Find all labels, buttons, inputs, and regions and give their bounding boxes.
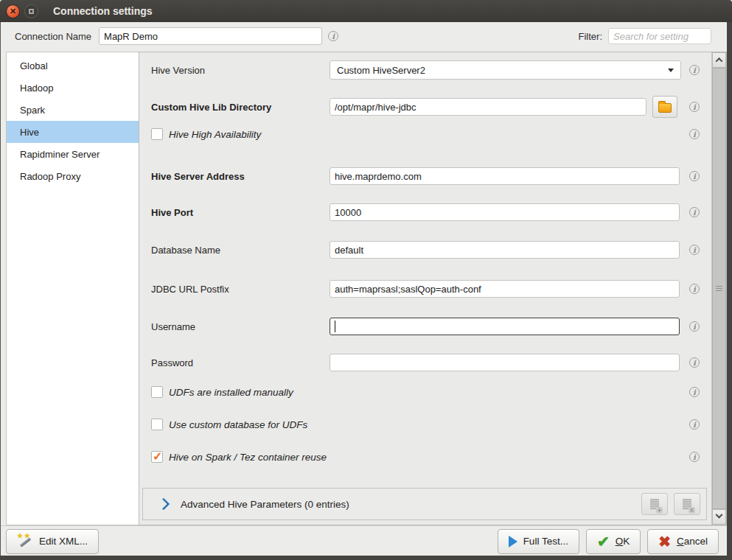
window-bottom-edge bbox=[0, 556, 732, 560]
add-entry-icon bbox=[650, 499, 659, 510]
hive-version-select[interactable]: Custom HiveServer2 bbox=[330, 60, 681, 80]
username-row: Username bbox=[151, 315, 700, 337]
info-icon[interactable] bbox=[328, 31, 338, 41]
chevron-right-icon[interactable] bbox=[158, 498, 170, 511]
footer-button-group: Full Test... OK Cancel bbox=[498, 529, 719, 554]
database-name-label: Database Name bbox=[151, 245, 330, 256]
titlebar: ✕ Connection settings bbox=[0, 0, 732, 22]
info-icon[interactable] bbox=[689, 102, 700, 112]
vertical-scrollbar[interactable] bbox=[711, 52, 726, 525]
window-right-edge bbox=[727, 22, 732, 560]
database-name-row: Database Name bbox=[151, 239, 700, 261]
full-test-label: Full Test... bbox=[523, 536, 568, 547]
info-icon[interactable] bbox=[689, 171, 700, 181]
use-custom-database-for-udfs-label[interactable]: Use custom database for UDFs bbox=[169, 419, 307, 430]
x-icon bbox=[658, 534, 671, 549]
custom-hive-lib-row: Custom Hive Lib Directory bbox=[151, 96, 700, 118]
password-row: Password bbox=[151, 351, 700, 374]
info-icon[interactable] bbox=[689, 357, 700, 368]
sidebar-item-hadoop[interactable]: Hadoop bbox=[7, 77, 139, 99]
info-icon[interactable] bbox=[689, 387, 700, 397]
ok-label: OK bbox=[616, 536, 630, 547]
edit-xml-button[interactable]: Edit XML... bbox=[6, 529, 99, 554]
connection-name-input[interactable] bbox=[99, 27, 322, 45]
hive-server-address-row: Hive Server Address bbox=[151, 165, 700, 187]
full-test-button[interactable]: Full Test... bbox=[498, 529, 579, 554]
info-icon[interactable] bbox=[689, 65, 700, 75]
use-custom-database-for-udfs-row: Use custom database for UDFs bbox=[151, 416, 700, 433]
ok-button[interactable]: OK bbox=[586, 529, 641, 554]
cancel-button[interactable]: Cancel bbox=[647, 529, 719, 554]
filter-search-input[interactable] bbox=[608, 28, 711, 44]
info-icon[interactable] bbox=[689, 207, 700, 217]
chevron-down-icon bbox=[668, 69, 674, 72]
edit-xml-label: Edit XML... bbox=[39, 536, 88, 547]
custom-hive-lib-input[interactable] bbox=[330, 98, 646, 116]
info-icon[interactable] bbox=[689, 419, 700, 430]
info-icon[interactable] bbox=[689, 129, 700, 139]
text-caret bbox=[335, 321, 335, 332]
hive-port-row: Hive Port bbox=[151, 201, 700, 223]
add-parameter-button[interactable] bbox=[641, 493, 668, 515]
hive-port-label: Hive Port bbox=[151, 207, 330, 218]
scroll-up-button[interactable] bbox=[712, 52, 726, 68]
hive-on-spark-tez-label[interactable]: Hive on Spark / Tez container reuse bbox=[169, 452, 327, 463]
sidebar-item-radoop-proxy[interactable]: Radoop Proxy bbox=[7, 165, 139, 187]
udfs-installed-manually-row: UDFs are installed manually bbox=[151, 384, 700, 400]
password-input[interactable] bbox=[330, 354, 680, 371]
info-icon[interactable] bbox=[689, 321, 700, 332]
hive-version-label: Hive Version bbox=[151, 65, 330, 76]
browse-folder-button[interactable] bbox=[652, 96, 677, 118]
chevron-down-scroll-icon bbox=[716, 511, 723, 519]
hive-on-spark-tez-checkbox[interactable] bbox=[151, 451, 163, 463]
username-input[interactable] bbox=[330, 318, 680, 335]
udfs-installed-manually-label[interactable]: UDFs are installed manually bbox=[169, 387, 293, 398]
sidebar-item-hive[interactable]: Hive bbox=[7, 121, 139, 143]
jdbc-url-postfix-input[interactable] bbox=[330, 280, 680, 298]
scrollbar-thumb[interactable] bbox=[712, 68, 726, 509]
advanced-parameters-label[interactable]: Advanced Hive Parameters (0 entries) bbox=[181, 499, 349, 510]
hive-on-spark-tez-row: Hive on Spark / Tez container reuse bbox=[151, 449, 700, 465]
udfs-installed-manually-checkbox[interactable] bbox=[151, 386, 163, 398]
filter-label: Filter: bbox=[579, 31, 603, 42]
play-icon bbox=[509, 536, 517, 547]
scroll-down-button[interactable] bbox=[712, 509, 726, 525]
hive-high-availability-row: Hive High Availability bbox=[151, 126, 700, 142]
use-custom-database-for-udfs-checkbox[interactable] bbox=[151, 419, 163, 430]
chevron-up-icon bbox=[716, 57, 723, 65]
header-row: Connection Name Filter: bbox=[1, 22, 727, 50]
connection-settings-window: ✕ Connection settings Connection Name Fi… bbox=[0, 0, 732, 560]
check-icon bbox=[597, 534, 610, 549]
sidebar-item-spark[interactable]: Spark bbox=[7, 99, 139, 121]
maximize-button[interactable] bbox=[24, 4, 38, 18]
hive-server-address-label: Hive Server Address bbox=[151, 171, 330, 182]
sidebar-item-global[interactable]: Global bbox=[7, 55, 139, 77]
sidebar-item-rapidminer-server[interactable]: Rapidminer Server bbox=[7, 143, 139, 165]
scrollbar-grip bbox=[716, 286, 722, 292]
remove-entry-icon bbox=[683, 499, 691, 510]
close-button[interactable]: ✕ bbox=[6, 4, 20, 18]
hive-high-availability-label[interactable]: Hive High Availability bbox=[169, 129, 261, 140]
password-label: Password bbox=[151, 357, 330, 368]
window-title: Connection settings bbox=[53, 5, 153, 17]
connection-name-label: Connection Name bbox=[15, 31, 91, 42]
settings-category-list: Global Hadoop Spark Hive Rapidminer Serv… bbox=[6, 52, 139, 525]
hive-high-availability-checkbox[interactable] bbox=[151, 128, 163, 140]
hive-port-input[interactable] bbox=[330, 203, 680, 221]
info-icon[interactable] bbox=[689, 452, 700, 462]
window-left-edge bbox=[0, 22, 1, 560]
cancel-label: Cancel bbox=[677, 536, 708, 547]
folder-icon bbox=[658, 103, 672, 113]
custom-hive-lib-label: Custom Hive Lib Directory bbox=[151, 102, 330, 113]
magic-wand-icon bbox=[17, 534, 33, 549]
maximize-icon bbox=[29, 9, 34, 14]
info-icon[interactable] bbox=[689, 284, 700, 294]
footer-bar: Edit XML... Full Test... OK Cancel bbox=[0, 525, 732, 556]
advanced-parameters-buttons bbox=[641, 493, 700, 515]
database-name-input[interactable] bbox=[330, 241, 680, 259]
hive-version-row: Hive Version Custom HiveServer2 bbox=[151, 59, 700, 81]
hive-server-address-input[interactable] bbox=[330, 167, 680, 185]
remove-parameter-button[interactable] bbox=[674, 493, 700, 515]
info-icon[interactable] bbox=[689, 245, 700, 255]
username-label: Username bbox=[151, 321, 330, 332]
